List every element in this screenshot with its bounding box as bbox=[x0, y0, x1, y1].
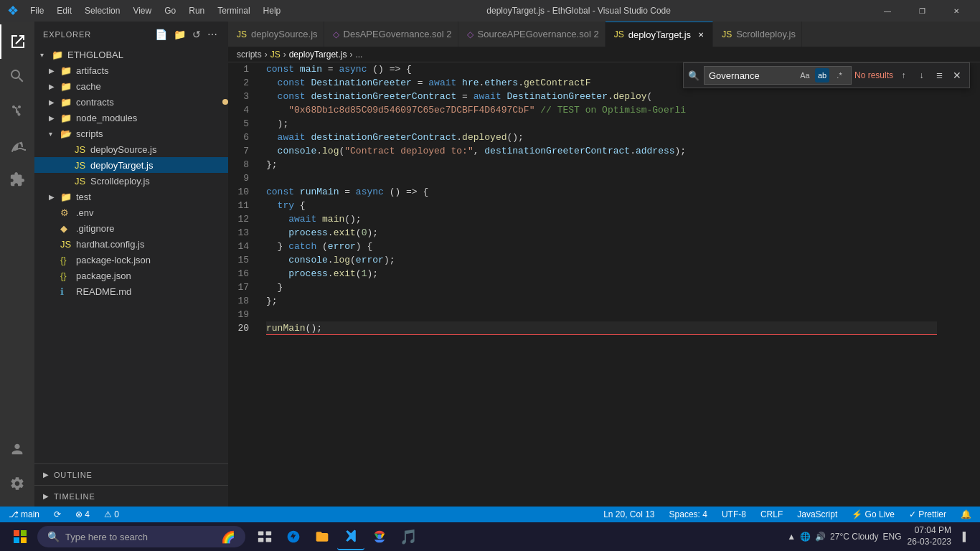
sidebar-item-deploySource[interactable]: JS deploySource.js bbox=[34, 141, 228, 157]
taskbar-photos-icon[interactable]: 🎵 bbox=[395, 523, 422, 550]
taskbar-taskview-icon[interactable] bbox=[251, 523, 278, 550]
find-select-all-btn[interactable]: ☰ bbox=[932, 67, 947, 83]
menu-selection[interactable]: Selection bbox=[79, 4, 126, 17]
status-language[interactable]: JavaScript bbox=[794, 509, 840, 519]
find-next-btn[interactable]: ↓ bbox=[914, 67, 929, 83]
menu-run[interactable]: Run bbox=[183, 4, 210, 17]
taskbar-search-box[interactable]: 🔍 Type here to search 🌈 bbox=[37, 526, 245, 547]
run-debug-activity-icon[interactable] bbox=[0, 128, 34, 162]
settings-activity-icon[interactable] bbox=[0, 466, 34, 501]
status-errors[interactable]: ⊗ 4 bbox=[72, 509, 93, 519]
taskbar-chrome-icon[interactable] bbox=[366, 523, 393, 550]
account-activity-icon[interactable] bbox=[0, 432, 34, 466]
sidebar-item-contracts[interactable]: ▶ 📁 contracts bbox=[34, 94, 228, 110]
scripts-label: scripts bbox=[76, 128, 228, 139]
sidebar-item-env[interactable]: ⚙ .env bbox=[34, 204, 228, 220]
find-close-btn[interactable]: ✕ bbox=[950, 67, 965, 83]
sidebar-item-packagelock[interactable]: {} package-lock.json bbox=[34, 252, 228, 268]
breadcrumb-filename[interactable]: deployTarget.js bbox=[289, 50, 347, 60]
tab-desapegovernance[interactable]: ◇ DesAPEGovernance.sol 2 bbox=[324, 22, 458, 47]
menu-go[interactable]: Go bbox=[159, 4, 182, 17]
find-prev-btn[interactable]: ↑ bbox=[896, 67, 911, 83]
status-sync[interactable]: ⟳ bbox=[51, 509, 64, 519]
code-line-20: runMain(); bbox=[266, 321, 937, 335]
deploySource-label: deploySource.js bbox=[90, 144, 228, 155]
sidebar-item-test[interactable]: ▶ 📁 test bbox=[34, 189, 228, 204]
code-line-16: process.exit(1); bbox=[266, 267, 937, 281]
explorer-activity-icon[interactable] bbox=[0, 24, 34, 59]
tab-scrolldeploy[interactable]: JS Scrolldeploy.js bbox=[713, 22, 802, 47]
sidebar-item-scripts[interactable]: ▾ 📂 scripts bbox=[34, 126, 228, 141]
menu-view[interactable]: View bbox=[127, 4, 157, 17]
code-editor[interactable]: const main = async () => { const Destina… bbox=[260, 62, 937, 507]
status-cursor[interactable]: Ln 20, Col 13 bbox=[600, 509, 657, 519]
breadcrumb-more[interactable]: ... bbox=[355, 50, 362, 60]
refresh-icon[interactable]: ↺ bbox=[191, 27, 203, 42]
find-match-case-btn[interactable]: Aa bbox=[798, 68, 812, 83]
extensions-activity-icon[interactable] bbox=[0, 162, 34, 197]
sidebar-item-deployTarget[interactable]: JS deployTarget.js bbox=[34, 157, 228, 173]
start-button[interactable] bbox=[6, 523, 34, 550]
show-desktop-button[interactable]: ▌ bbox=[957, 523, 974, 550]
status-go-live[interactable]: ⚡ Go Live bbox=[849, 509, 897, 519]
source-control-activity-icon[interactable] bbox=[0, 93, 34, 128]
line-num-9: 9 bbox=[228, 171, 255, 185]
status-spaces[interactable]: Spaces: 4 bbox=[666, 509, 710, 519]
git-branch-name: main bbox=[21, 509, 39, 519]
code-line-10: const runMain = async () => { bbox=[266, 185, 937, 199]
contracts-label: contracts bbox=[76, 97, 222, 108]
sidebar-item-hardhat[interactable]: JS hardhat.config.js bbox=[34, 236, 228, 252]
cursor-position: Ln 20, Col 13 bbox=[603, 509, 654, 519]
status-branch[interactable]: ⎇ main bbox=[6, 509, 42, 519]
minimize-button[interactable]: — bbox=[871, 0, 904, 22]
cache-folder-icon: 📁 bbox=[60, 81, 73, 92]
tab-deployTarget-close[interactable]: ✕ bbox=[695, 29, 707, 40]
new-file-icon[interactable]: 📄 bbox=[154, 27, 169, 42]
sidebar-item-node-modules[interactable]: ▶ 📁 node_modules bbox=[34, 110, 228, 126]
close-button[interactable]: ✕ bbox=[940, 0, 973, 22]
tab-deployTarget[interactable]: JS deployTarget.js ✕ bbox=[606, 22, 713, 47]
tray-up-arrow[interactable]: ▲ bbox=[787, 532, 796, 542]
sidebar-item-scrolldeploy[interactable]: JS Scrolldeploy.js bbox=[34, 173, 228, 189]
sidebar-item-artifacts[interactable]: ▶ 📁 artifacts bbox=[34, 62, 228, 78]
sidebar-item-readme[interactable]: ℹ README.md bbox=[34, 283, 228, 299]
maximize-button[interactable]: ❐ bbox=[905, 0, 938, 22]
timeline-panel[interactable]: ▶ TIMELINE bbox=[34, 485, 228, 507]
root-folder-item[interactable]: ▾ 📁 ETHGLOBAL bbox=[34, 47, 228, 62]
system-tray[interactable]: ▲ 🌐 🔊 27°C Cloudy ENG bbox=[787, 532, 901, 542]
language-indicator[interactable]: ENG bbox=[883, 532, 902, 542]
menu-file[interactable]: File bbox=[24, 4, 50, 17]
editor-container: 🔍 Aa ab .* No results ↑ ↓ ☰ ✕ 1 2 3 4 bbox=[228, 62, 980, 507]
sidebar-item-cache[interactable]: ▶ 📁 cache bbox=[34, 78, 228, 94]
code-line-19 bbox=[266, 308, 937, 321]
search-activity-icon[interactable] bbox=[0, 59, 34, 93]
activity-bar-bottom bbox=[0, 432, 34, 507]
code-line-9 bbox=[266, 171, 937, 185]
new-folder-icon[interactable]: 📁 bbox=[172, 27, 188, 42]
outline-panel[interactable]: ▶ OUTLINE bbox=[34, 463, 228, 485]
tab-sourceapegovernance[interactable]: ◇ SourceAPEGovernance.sol 2 bbox=[458, 22, 606, 47]
line-num-2: 2 bbox=[228, 76, 255, 90]
taskbar-edge-icon[interactable] bbox=[280, 523, 307, 550]
menu-edit[interactable]: Edit bbox=[51, 4, 77, 17]
status-prettier[interactable]: ✓ Prettier bbox=[906, 509, 949, 519]
status-encoding[interactable]: UTF-8 bbox=[719, 509, 749, 519]
sidebar-item-package[interactable]: {} package.json bbox=[34, 268, 228, 283]
sidebar-item-gitignore[interactable]: ◆ .gitignore bbox=[34, 220, 228, 236]
errors-label: ⊗ 4 bbox=[75, 509, 90, 519]
status-line-ending[interactable]: CRLF bbox=[758, 509, 786, 519]
find-whole-word-btn[interactable]: ab bbox=[815, 68, 829, 83]
root-folder-label: ETHGLOBAL bbox=[67, 50, 228, 60]
status-notifications[interactable]: 🔔 bbox=[958, 509, 974, 519]
find-regex-btn[interactable]: .* bbox=[832, 68, 847, 83]
taskbar-explorer-icon[interactable] bbox=[308, 523, 336, 550]
menu-terminal[interactable]: Terminal bbox=[212, 4, 255, 17]
tab-deploySource[interactable]: JS deploySource.js bbox=[228, 22, 324, 47]
status-warnings[interactable]: ⚠ 0 bbox=[101, 509, 122, 519]
more-actions-icon[interactable]: ⋯ bbox=[206, 27, 220, 42]
find-input[interactable] bbox=[709, 70, 795, 81]
menu-help[interactable]: Help bbox=[258, 4, 287, 17]
breadcrumb-scripts[interactable]: scripts bbox=[237, 50, 262, 60]
taskbar-clock[interactable]: 07:04 PM 26-03-2023 bbox=[908, 525, 951, 547]
taskbar-vscode-icon[interactable] bbox=[337, 523, 364, 550]
